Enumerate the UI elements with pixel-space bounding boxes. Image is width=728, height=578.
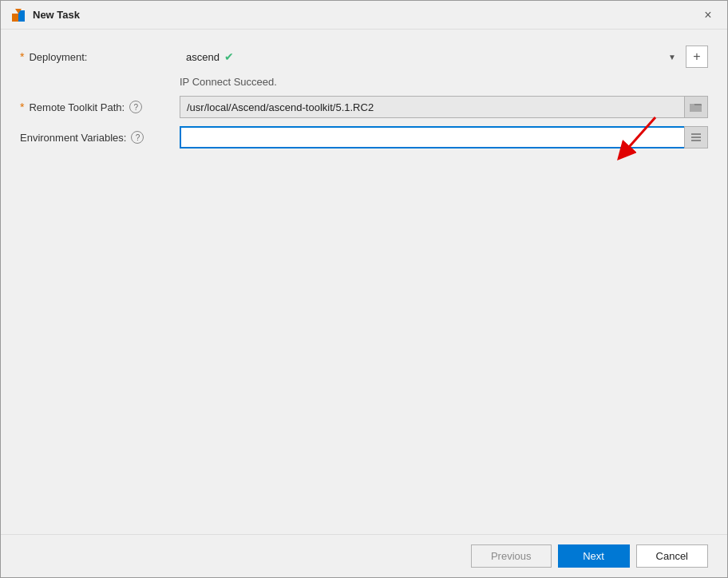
svg-rect-6 [691, 133, 701, 135]
env-help-icon[interactable]: ? [131, 131, 144, 144]
previous-button[interactable]: Previous [471, 544, 552, 568]
env-vars-label: Environment Variables: ? [20, 131, 180, 144]
toolkit-path-input[interactable] [180, 96, 684, 118]
env-vars-row: Environment Variables: ? [20, 126, 708, 148]
toolkit-help-icon[interactable]: ? [129, 101, 142, 113]
connection-status: IP Connect Succeed. [180, 76, 277, 88]
deployment-label: * Deployment: [20, 50, 180, 63]
svg-rect-0 [12, 14, 18, 22]
status-row: IP Connect Succeed. [20, 76, 708, 88]
dialog-content: * Deployment: ascend ✔ ▼ ascend + [1, 30, 727, 534]
svg-rect-7 [691, 137, 701, 138]
next-button[interactable]: Next [558, 544, 630, 568]
deployment-controls: ascend ✔ ▼ ascend + [180, 46, 708, 68]
toolkit-required-star: * [20, 101, 24, 113]
deployment-row: * Deployment: ascend ✔ ▼ ascend + [20, 46, 708, 68]
title-bar-left: New Task [10, 7, 80, 23]
dialog-footer: Previous Next Cancel [1, 534, 727, 577]
toolkit-path-label: * Remote Toolkit Path: ? [20, 101, 180, 113]
add-deployment-button[interactable]: + [686, 46, 708, 68]
env-vars-label-text: Environment Variables: [20, 132, 126, 144]
close-button[interactable]: × [698, 6, 718, 25]
svg-rect-8 [691, 140, 701, 141]
svg-rect-5 [690, 104, 694, 106]
app-icon [10, 7, 26, 23]
env-vars-controls [180, 126, 708, 148]
toolkit-browse-button[interactable] [684, 96, 708, 118]
toolkit-label-text: Remote Toolkit Path: [29, 101, 125, 113]
svg-rect-4 [690, 105, 702, 112]
folder-icon [690, 101, 702, 113]
toolkit-path-controls [180, 96, 708, 118]
list-icon [690, 132, 702, 143]
dialog-title: New Task [33, 9, 80, 21]
deployment-required-star: * [20, 50, 24, 63]
toolkit-path-row: * Remote Toolkit Path: ? [20, 96, 708, 118]
title-bar: New Task × [1, 1, 727, 30]
cancel-button[interactable]: Cancel [636, 544, 708, 568]
env-vars-input[interactable] [180, 126, 684, 148]
env-vars-edit-button[interactable] [684, 126, 708, 148]
new-task-dialog: New Task × * Deployment: ascend ✔ ▼ asce… [0, 0, 728, 578]
deployment-label-text: Deployment: [29, 51, 87, 63]
